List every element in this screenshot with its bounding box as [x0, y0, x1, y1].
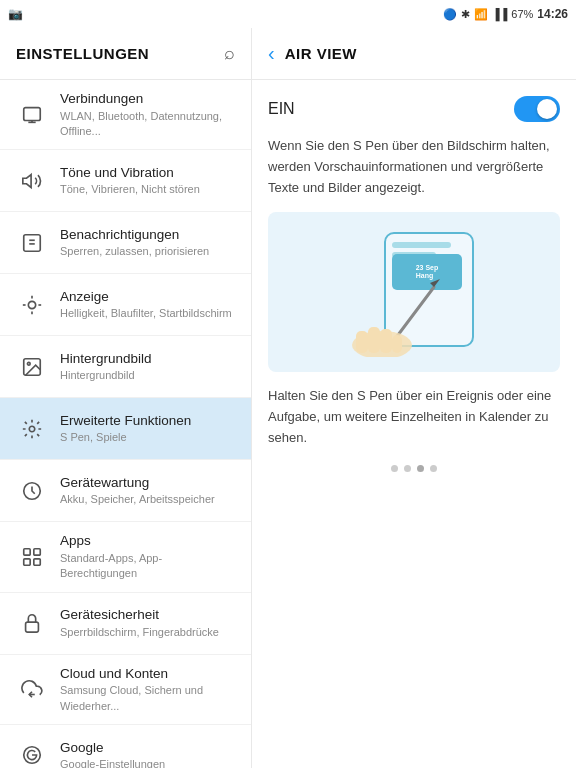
hintergrundbild-text: Hintergrundbild Hintergrundbild [60, 350, 152, 384]
geraetewartung-label: Gerätewartung [60, 474, 215, 492]
sidebar-list: Verbindungen WLAN, Bluetooth, Datennutzu… [0, 80, 251, 768]
svg-point-13 [27, 362, 30, 365]
erweiterte-label: Erweiterte Funktionen [60, 412, 191, 430]
geraetewartung-icon [16, 475, 48, 507]
sidebar-header: EINSTELLUNGEN ⌕ [0, 28, 251, 80]
benachrichtigungen-label: Benachrichtigungen [60, 226, 209, 244]
erweiterte-icon [16, 413, 48, 445]
status-bar-right: 🔵 ✱ 📶 ▐▐ 67% 14:26 [443, 7, 568, 21]
svg-rect-34 [356, 331, 368, 353]
bt-label: ✱ [461, 8, 470, 21]
svg-rect-0 [24, 107, 41, 120]
illustration-box: 23 SepHang [268, 212, 560, 372]
sidebar-item-cloud[interactable]: Cloud und Konten Samsung Cloud, Sichern … [0, 655, 251, 725]
toene-label: Töne und Vibration [60, 164, 200, 182]
apps-sublabel: Standard-Apps, App-Berechtigungen [60, 551, 235, 582]
description-text-2: Halten Sie den S Pen über ein Ereignis o… [268, 386, 560, 448]
wifi-icon: 📶 [474, 8, 488, 21]
sidebar-item-erweiterte[interactable]: Erweiterte Funktionen S Pen, Spiele [0, 398, 251, 460]
geraetesicherheit-text: Gerätesicherheit Sperrbildschirm, Finger… [60, 606, 219, 640]
right-header: ‹ AIR VIEW [252, 28, 576, 80]
svg-rect-17 [34, 549, 40, 555]
toene-sublabel: Töne, Vibrieren, Nicht stören [60, 182, 200, 197]
geraetewartung-text: Gerätewartung Akku, Speicher, Arbeitsspe… [60, 474, 215, 508]
camera-icon: 📷 [8, 7, 23, 21]
sidebar-item-benachrichtigungen[interactable]: Benachrichtigungen Sperren, zulassen, pr… [0, 212, 251, 274]
anzeige-sublabel: Helligkeit, Blaufilter, Startbildschirm [60, 306, 232, 321]
dot-2 [417, 465, 424, 472]
toggle-row: EIN [268, 96, 560, 122]
hintergrundbild-label: Hintergrundbild [60, 350, 152, 368]
geraetesicherheit-sublabel: Sperrbildschirm, Fingerabdrücke [60, 625, 219, 640]
cloud-sublabel: Samsung Cloud, Sichern und Wiederher... [60, 683, 235, 714]
sidebar-item-apps[interactable]: Apps Standard-Apps, App-Berechtigungen [0, 522, 251, 592]
svg-marker-32 [430, 279, 440, 287]
anzeige-icon [16, 289, 48, 321]
apps-label: Apps [60, 532, 235, 550]
search-icon[interactable]: ⌕ [224, 43, 235, 64]
verbindungen-icon [16, 99, 48, 131]
svg-rect-4 [24, 235, 41, 252]
back-icon[interactable]: ‹ [268, 42, 275, 65]
geraetewartung-sublabel: Akku, Speicher, Arbeitsspeicher [60, 492, 215, 507]
svg-marker-3 [23, 174, 31, 187]
svg-rect-18 [24, 559, 30, 565]
anzeige-text: Anzeige Helligkeit, Blaufilter, Startbil… [60, 288, 232, 322]
benachrichtigungen-icon [16, 227, 48, 259]
sidebar-item-geraetesicherheit[interactable]: Gerätesicherheit Sperrbildschirm, Finger… [0, 593, 251, 655]
cloud-text: Cloud und Konten Samsung Cloud, Sichern … [60, 665, 235, 714]
dot-1 [404, 465, 411, 472]
right-panel: ‹ AIR VIEW EIN Wenn Sie den S Pen über d… [252, 28, 576, 768]
google-icon [16, 739, 48, 768]
hintergrundbild-icon [16, 351, 48, 383]
erweiterte-text: Erweiterte Funktionen S Pen, Spiele [60, 412, 191, 446]
toene-icon [16, 165, 48, 197]
svg-rect-20 [26, 622, 39, 632]
svg-rect-37 [392, 335, 402, 353]
svg-rect-36 [380, 329, 392, 353]
hintergrundbild-sublabel: Hintergrundbild [60, 368, 152, 383]
apps-text: Apps Standard-Apps, App-Berechtigungen [60, 532, 235, 581]
toene-text: Töne und Vibration Töne, Vibrieren, Nich… [60, 164, 200, 198]
description-text-1: Wenn Sie den S Pen über den Bildschirm h… [268, 136, 560, 198]
svg-point-14 [29, 426, 35, 432]
main-container: EINSTELLUNGEN ⌕ Verbindungen WLAN, Bluet… [0, 28, 576, 768]
svg-rect-19 [34, 559, 40, 565]
battery-label: 67% [511, 8, 533, 20]
illustration-inner: 23 SepHang [334, 227, 494, 357]
status-bar-left: 📷 [8, 7, 23, 21]
toggle-switch[interactable] [514, 96, 560, 122]
toggle-label: EIN [268, 100, 295, 118]
cloud-icon [16, 673, 48, 705]
anzeige-label: Anzeige [60, 288, 232, 306]
right-title: AIR VIEW [285, 45, 357, 62]
sidebar-title: EINSTELLUNGEN [16, 45, 149, 62]
time-label: 14:26 [537, 7, 568, 21]
dot-3 [430, 465, 437, 472]
sidebar-item-hintergrundbild[interactable]: Hintergrundbild Hintergrundbild [0, 336, 251, 398]
google-label: Google [60, 739, 165, 757]
google-text: Google Google-Einstellungen [60, 739, 165, 768]
svg-rect-35 [368, 327, 380, 353]
cloud-label: Cloud und Konten [60, 665, 235, 683]
sidebar-item-verbindungen[interactable]: Verbindungen WLAN, Bluetooth, Datennutzu… [0, 80, 251, 150]
bluetooth-icon: 🔵 [443, 8, 457, 21]
sidebar-item-toene[interactable]: Töne und Vibration Töne, Vibrieren, Nich… [0, 150, 251, 212]
apps-icon [16, 541, 48, 573]
verbindungen-text: Verbindungen WLAN, Bluetooth, Datennutzu… [60, 90, 235, 139]
verbindungen-label: Verbindungen [60, 90, 235, 108]
status-bar: 📷 🔵 ✱ 📶 ▐▐ 67% 14:26 [0, 0, 576, 28]
sidebar-item-geraetewartung[interactable]: Gerätewartung Akku, Speicher, Arbeitsspe… [0, 460, 251, 522]
dots-indicator [268, 465, 560, 472]
benachrichtigungen-sublabel: Sperren, zulassen, priorisieren [60, 244, 209, 259]
sidebar-item-anzeige[interactable]: Anzeige Helligkeit, Blaufilter, Startbil… [0, 274, 251, 336]
signal-icon: ▐▐ [492, 8, 508, 20]
geraetesicherheit-icon [16, 607, 48, 639]
svg-point-7 [28, 301, 35, 308]
right-content: EIN Wenn Sie den S Pen über den Bildschi… [252, 80, 576, 768]
dot-0 [391, 465, 398, 472]
svg-rect-16 [24, 549, 30, 555]
erweiterte-sublabel: S Pen, Spiele [60, 430, 191, 445]
sidebar-item-google[interactable]: Google Google-Einstellungen [0, 725, 251, 768]
benachrichtigungen-text: Benachrichtigungen Sperren, zulassen, pr… [60, 226, 209, 260]
